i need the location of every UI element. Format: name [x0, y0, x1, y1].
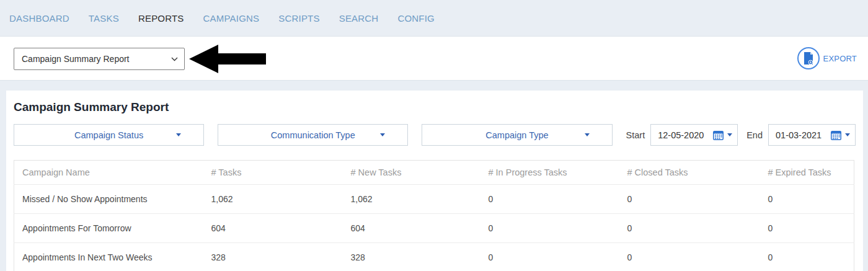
export-document-icon: [797, 47, 820, 69]
report-panel: Campaign Summary Report Campaign Status …: [6, 91, 863, 271]
cell-campaign-name: Missed / No Show Appointments: [14, 185, 211, 214]
table-header-row: Campaign Name # Tasks # New Tasks # In P…: [14, 161, 854, 185]
filter-communication-type[interactable]: Communication Type: [218, 124, 408, 146]
cell-campaign-name: Appointments For Tomorrow: [14, 214, 211, 243]
cell-new-tasks: 604: [351, 214, 489, 243]
cell-in-progress-tasks: 0: [489, 243, 627, 271]
end-date-value: 01-03-2021: [776, 130, 831, 140]
filter-row: Campaign Status Communication Type Campa…: [14, 124, 856, 146]
col-header-new-tasks: # New Tasks: [351, 161, 489, 185]
filter-campaign-type[interactable]: Campaign Type: [422, 124, 612, 146]
nav-item-tasks[interactable]: TASKS: [89, 13, 119, 24]
triangle-down-icon: [380, 133, 385, 136]
report-type-select[interactable]: Campaign Summary Report: [14, 48, 185, 70]
cell-expired-tasks: 0: [768, 214, 854, 243]
filter-label: Communication Type: [271, 130, 355, 140]
filter-label: Campaign Status: [74, 130, 143, 140]
table-row: Appointments In Next Two Weeks 328 328 0…: [14, 243, 854, 271]
campaign-summary-table: Campaign Name # Tasks # New Tasks # In P…: [14, 160, 854, 271]
start-date-value: 12-05-2020: [658, 130, 713, 140]
cell-in-progress-tasks: 0: [489, 214, 627, 243]
cell-closed-tasks: 0: [627, 185, 768, 214]
col-header-tasks: # Tasks: [211, 161, 351, 185]
page-title: Campaign Summary Report: [14, 100, 856, 114]
calendar-icon[interactable]: [831, 130, 841, 140]
col-header-closed-tasks: # Closed Tasks: [627, 161, 768, 185]
cell-new-tasks: 1,062: [351, 185, 489, 214]
export-button[interactable]: EXPORT: [797, 47, 857, 69]
nav-item-scripts[interactable]: SCRIPTS: [278, 13, 319, 24]
nav-item-config[interactable]: CONFIG: [397, 13, 435, 24]
nav-item-campaigns[interactable]: CAMPAIGNS: [203, 13, 260, 24]
triangle-down-icon: [727, 133, 732, 136]
date-range: Start 12-05-2020 End: [626, 124, 856, 146]
arrow-head: [189, 45, 218, 73]
start-date-label: Start: [626, 130, 645, 140]
col-header-campaign-name: Campaign Name: [14, 161, 211, 185]
report-type-select-value: Campaign Summary Report: [22, 54, 130, 64]
filter-label: Campaign Type: [485, 130, 548, 140]
nav-item-search[interactable]: SEARCH: [339, 13, 379, 24]
cell-expired-tasks: 0: [768, 243, 854, 271]
end-date-input[interactable]: 01-03-2021: [768, 124, 856, 146]
annotation-arrow-left-icon: [189, 45, 267, 73]
cell-expired-tasks: 0: [768, 185, 854, 214]
col-header-in-progress-tasks: # In Progress Tasks: [489, 161, 627, 185]
chevron-down-icon: [171, 57, 178, 61]
filter-campaign-status[interactable]: Campaign Status: [14, 124, 204, 146]
triangle-down-icon: [585, 133, 590, 136]
cell-closed-tasks: 0: [627, 243, 768, 271]
col-header-expired-tasks: # Expired Tasks: [768, 161, 854, 185]
table-row: Appointments For Tomorrow 604 604 0 0 0: [14, 214, 854, 243]
end-date-label: End: [746, 130, 763, 140]
cell-in-progress-tasks: 0: [489, 185, 627, 214]
start-date-input[interactable]: 12-05-2020: [650, 124, 738, 146]
cell-tasks: 328: [211, 243, 351, 271]
nav-item-dashboard[interactable]: DASHBOARD: [9, 13, 69, 24]
calendar-icon[interactable]: [713, 130, 724, 140]
toolbar: Campaign Summary Report EXPORT: [0, 36, 868, 81]
export-label: EXPORT: [823, 54, 857, 63]
arrow-shaft: [218, 53, 266, 64]
nav-item-reports[interactable]: REPORTS: [138, 13, 184, 24]
cell-tasks: 1,062: [211, 185, 351, 214]
triangle-down-icon: [845, 133, 850, 136]
cell-campaign-name: Appointments In Next Two Weeks: [14, 243, 211, 271]
triangle-down-icon: [176, 133, 181, 136]
cell-tasks: 604: [211, 214, 351, 243]
cell-closed-tasks: 0: [627, 214, 768, 243]
cell-new-tasks: 328: [351, 243, 489, 271]
table-row: Missed / No Show Appointments 1,062 1,06…: [14, 185, 854, 214]
top-nav: DASHBOARD TASKS REPORTS CAMPAIGNS SCRIPT…: [0, 0, 868, 36]
